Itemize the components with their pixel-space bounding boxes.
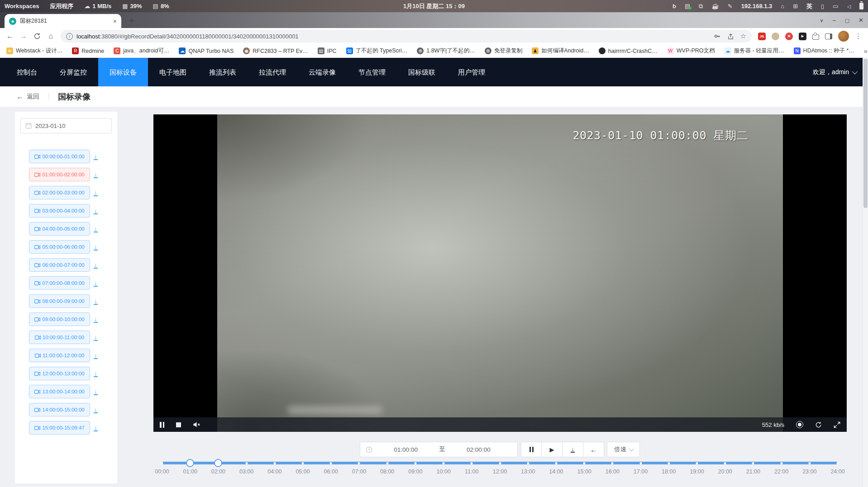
nav-tab[interactable]: 控制台 [5, 58, 48, 86]
bookmark-item[interactable]: ⊕ 免登录复制 [485, 47, 523, 55]
record-download-button[interactable] [94, 153, 98, 160]
bookmark-item[interactable]: ⊕ 1.8W字|了不起的… [417, 47, 475, 55]
record-download-button[interactable] [94, 388, 98, 395]
record-time-button[interactable]: 08:00:00-09:00:00 [29, 294, 90, 308]
bookmark-item[interactable]: ▤ IPC [318, 47, 337, 54]
volume-muted-icon[interactable] [193, 421, 200, 428]
profile-avatar[interactable] [838, 31, 849, 42]
side-panel-icon[interactable] [825, 33, 832, 39]
home-tray-icon[interactable] [781, 3, 784, 9]
bookmark-item[interactable]: R Redmine [72, 47, 104, 54]
snapshot-icon[interactable] [796, 421, 803, 428]
scrollbar-thumb[interactable] [863, 59, 868, 208]
site-info-icon[interactable] [66, 33, 73, 40]
bookmark-star-icon[interactable] [740, 32, 746, 40]
reload-button[interactable] [31, 30, 43, 43]
play-button[interactable] [542, 442, 563, 457]
record-download-button[interactable] [94, 189, 98, 196]
key-icon[interactable] [714, 33, 721, 40]
record-download-button[interactable] [94, 279, 98, 287]
record-time-button[interactable]: 07:00:00-08:00:00 [29, 276, 90, 290]
bookmarks-overflow-button[interactable]: » [864, 47, 868, 55]
bookmark-item[interactable]: W WVP-PRO文档 [667, 47, 715, 55]
extensions-puzzle-icon[interactable] [812, 34, 819, 40]
record-time-button[interactable]: 00:00:00-01:00:00 [29, 150, 90, 163]
browser-tab[interactable]: 国标28181 [5, 14, 121, 28]
nav-tab[interactable]: 分屏监控 [48, 58, 98, 86]
phone-tray-icon[interactable] [821, 3, 824, 9]
colorpicker-tray-icon[interactable] [728, 3, 733, 9]
time-range-picker[interactable]: 01:00:00 至 02:00:00 [360, 442, 518, 457]
extension-monkey-icon[interactable] [772, 33, 779, 40]
record-download-button[interactable] [94, 370, 98, 377]
nav-tab[interactable]: 国标设备 [98, 58, 148, 86]
nav-tab[interactable]: 拉流代理 [248, 58, 297, 86]
user-menu[interactable]: 欢迎，admin [813, 68, 856, 76]
record-download-button[interactable] [94, 207, 98, 214]
record-download-button[interactable] [94, 334, 98, 341]
page-scrollbar[interactable] [863, 57, 868, 487]
speed-dropdown-button[interactable]: 倍速 [607, 442, 640, 457]
refresh-icon[interactable] [815, 421, 822, 428]
clipboard-tray-icon[interactable] [699, 3, 703, 10]
end-time-value[interactable]: 02:00:00 [445, 446, 512, 453]
back-link[interactable]: 返回 [27, 93, 39, 101]
extension-blocker-icon[interactable] [785, 33, 793, 40]
display-tray-icon[interactable] [833, 3, 838, 9]
record-time-button[interactable]: 14:00:00-15:00:00 [29, 403, 90, 416]
clock[interactable]: 1月10日 星期二 15：09 [403, 2, 465, 10]
record-download-button[interactable] [94, 298, 98, 305]
nav-tab[interactable]: 国标级联 [397, 58, 447, 86]
timeline-handle[interactable] [186, 459, 194, 467]
record-download-button[interactable] [94, 316, 98, 323]
window-maximize-button[interactable] [845, 17, 849, 24]
nav-tab[interactable]: 云端录像 [297, 58, 347, 86]
date-picker-input[interactable]: 2023-01-10 [20, 118, 112, 133]
extension-player-icon[interactable] [799, 33, 806, 40]
bookmark-item[interactable]: ◉ RFC2833 – RTP Ev… [243, 47, 308, 54]
record-time-button[interactable]: 04:00:00-05:00:00 [29, 222, 90, 236]
bookmark-item[interactable]: hairrrrr/C-CrashC… [599, 47, 658, 54]
record-download-button[interactable] [94, 424, 98, 431]
start-time-value[interactable]: 01:00:00 [372, 446, 439, 453]
back-arrow-icon[interactable] [16, 93, 24, 101]
window-minimize-button[interactable] [832, 17, 835, 24]
forward-button[interactable]: → [17, 30, 30, 43]
nav-tab[interactable]: 推流列表 [198, 58, 248, 86]
record-time-button[interactable]: 03:00:00-04:00:00 [29, 204, 90, 217]
input-method-indicator[interactable]: 英 [806, 2, 812, 10]
nav-tab[interactable]: 电子地图 [148, 58, 198, 86]
pause-button[interactable] [521, 442, 542, 457]
new-tab-button[interactable]: + [126, 15, 138, 27]
home-button[interactable]: ⌂ [44, 30, 57, 43]
player-stop-icon[interactable] [176, 422, 181, 427]
window-close-button[interactable] [858, 17, 863, 24]
record-time-button[interactable]: 05:00:00-06:00:00 [29, 240, 90, 254]
timeline-handle[interactable] [214, 459, 222, 467]
bookmark-item[interactable]: 知 了不起的 TypeScri… [346, 47, 408, 55]
record-download-button[interactable] [94, 352, 98, 359]
back-button[interactable]: ← [4, 30, 16, 43]
browser-menu-icon[interactable] [855, 32, 862, 40]
nav-tab[interactable]: 用户管理 [447, 58, 496, 86]
bookmark-item[interactable]: ≋ Webstack - 设计… [6, 47, 62, 55]
bookmark-item[interactable]: C java、android可… [114, 47, 169, 55]
caffeine-tray-icon[interactable] [711, 3, 719, 9]
record-download-button[interactable] [94, 225, 98, 232]
bookmark-item[interactable]: ☁ 服务器 - 轻量应用… [725, 47, 784, 55]
workspaces-button[interactable]: Workspaces [5, 3, 39, 9]
record-time-button[interactable]: 11:00:00-12:00:00 [29, 349, 90, 362]
windows-tray-icon[interactable] [793, 3, 798, 9]
record-time-button[interactable]: 02:00:00-03:00:00 [29, 186, 90, 199]
record-download-button[interactable] [94, 261, 98, 269]
video-player[interactable]: 2023-01-10 01:00:00 星期二 552 kb/s [153, 114, 847, 432]
record-time-button[interactable]: 15:00:00-15:09:47 [29, 421, 90, 435]
tab-close-icon[interactable] [113, 18, 117, 24]
timeline[interactable]: 00:0001:0002:0003:0004:0005:0006:0007:00… [162, 458, 838, 485]
record-time-button[interactable]: 09:00:00-10:00:00 [29, 312, 90, 326]
bookmark-item[interactable]: N HDAtmos :: 种子 *… [794, 47, 854, 55]
record-time-button[interactable]: 10:00:00-11:00:00 [29, 331, 90, 344]
tab-search-icon[interactable] [820, 17, 823, 24]
tray-app-icon[interactable] [672, 3, 676, 9]
record-time-button[interactable]: 06:00:00-07:00:00 [29, 258, 90, 272]
